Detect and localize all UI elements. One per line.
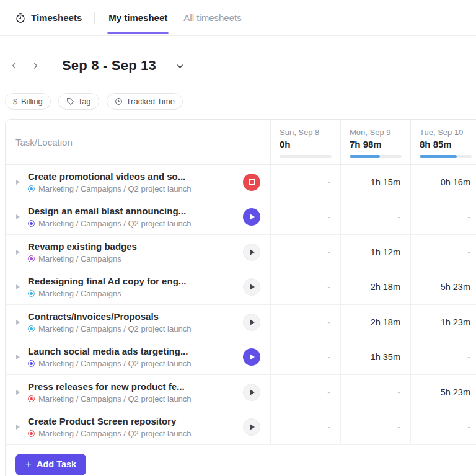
time-cell-tue[interactable]: 0h 16m — [410, 165, 476, 200]
timer-button[interactable] — [243, 174, 260, 191]
expand-row-icon[interactable] — [16, 425, 20, 430]
play-icon — [250, 354, 255, 360]
add-task-label: Add Task — [37, 459, 76, 469]
task-cell: Create Product Screen repository Marketi… — [6, 410, 270, 445]
task-cell: Revamp existing badges Marketing / Campa… — [6, 235, 270, 270]
day-label: Tue, Sep 10 — [420, 128, 472, 137]
play-icon — [250, 284, 255, 290]
status-dot-icon — [28, 220, 35, 227]
task-title[interactable]: Design an email blast announcing... — [28, 205, 191, 217]
tab-my-timesheet[interactable]: My timesheet — [107, 0, 169, 36]
task-location: Marketing / Campaigns / Q2 project launc… — [28, 183, 191, 194]
time-cell-sun[interactable]: - — [270, 410, 340, 445]
task-title[interactable]: Launch social media ads targeting... — [28, 345, 191, 357]
status-dot-icon — [28, 430, 35, 437]
task-cell: Launch social media ads targeting... Mar… — [6, 340, 270, 375]
day-total: 7h 98m — [350, 139, 402, 149]
timer-button[interactable] — [243, 384, 260, 401]
timer-button[interactable] — [243, 348, 260, 366]
timesheet-table: Task/Location Sun, Sep 8 0h Mon, Sep 9 7… — [5, 119, 476, 476]
filter-tag[interactable]: Tag — [58, 93, 99, 110]
time-cell-mon[interactable]: 2h 18m — [340, 305, 410, 340]
time-cell-sun[interactable]: - — [270, 165, 340, 200]
date-range-dropdown[interactable] — [172, 58, 188, 74]
expand-row-icon[interactable] — [16, 250, 20, 255]
time-cell-sun[interactable]: - — [270, 340, 340, 375]
timer-button[interactable] — [243, 278, 260, 296]
day-column-header: Sun, Sep 8 0h — [270, 120, 340, 164]
time-cell-mon[interactable]: - — [340, 200, 410, 235]
task-title[interactable]: Create Product Screen repository — [28, 415, 191, 427]
task-location-label: Marketing / Campaigns / Q2 project launc… — [38, 324, 191, 334]
time-cell-sun[interactable]: - — [270, 200, 340, 235]
task-title[interactable]: Revamp existing badges — [28, 240, 137, 252]
tab-my-timesheet-label: My timesheet — [108, 12, 167, 23]
dollar-icon: $ — [13, 97, 17, 106]
day-progress-fill — [350, 155, 380, 158]
timer-button[interactable] — [243, 208, 260, 226]
stopwatch-icon — [15, 12, 26, 24]
time-cell-tue[interactable]: - — [410, 235, 476, 270]
task-location: Marketing / Campaigns — [28, 253, 137, 264]
time-cell-tue[interactable]: - — [410, 200, 476, 235]
add-task-button[interactable]: + Add Task — [15, 454, 86, 475]
play-icon — [250, 424, 255, 430]
date-range-title: Sep 8 - Sep 13 — [62, 58, 156, 74]
time-cell-tue[interactable]: 5h 23m — [410, 375, 476, 410]
expand-row-icon[interactable] — [16, 355, 20, 359]
table-row: Press releases for new product fe... Mar… — [6, 375, 476, 410]
task-title[interactable]: Press releases for new product fe... — [28, 381, 191, 392]
expand-row-icon[interactable] — [16, 180, 20, 185]
time-cell-tue[interactable]: 5h 23m — [410, 270, 476, 305]
time-cell-sun[interactable]: - — [270, 305, 340, 340]
next-week-button[interactable] — [27, 58, 43, 74]
time-cell-sun[interactable]: - — [270, 375, 340, 410]
time-cell-tue[interactable]: - — [410, 340, 476, 375]
chevron-left-icon — [10, 61, 19, 70]
timer-button[interactable] — [243, 314, 260, 331]
time-cell-mon[interactable]: 2h 18m — [340, 270, 410, 305]
task-location-label: Marketing / Campaigns / Q2 project launc… — [38, 183, 191, 194]
filter-tracked-time-label: Tracked Time — [126, 97, 175, 106]
time-cell-mon[interactable]: - — [340, 410, 410, 445]
task-title[interactable]: Redesigning final Ad copy for eng... — [28, 275, 186, 287]
day-label: Mon, Sep 9 — [350, 128, 402, 137]
time-cell-mon[interactable]: 1h 35m — [340, 340, 410, 375]
topbar: Timesheets My timesheet All timesheets — [0, 0, 476, 36]
table-footer: + Add Task — [6, 445, 476, 476]
time-cell-mon[interactable]: 1h 12m — [340, 235, 410, 270]
plus-icon: + — [25, 460, 32, 469]
time-cell-sun[interactable]: - — [270, 235, 340, 270]
filter-tracked-time[interactable]: Tracked Time — [107, 93, 183, 110]
day-columns: Sun, Sep 8 0h Mon, Sep 9 7h 98m Tue, Sep — [270, 120, 476, 164]
task-location: Marketing / Campaigns / Q2 project launc… — [28, 218, 191, 229]
task-title[interactable]: Create promotional videos and so... — [28, 170, 191, 182]
timer-button[interactable] — [243, 244, 260, 261]
table-body: Create promotional videos and so... Mark… — [6, 165, 476, 445]
expand-row-icon[interactable] — [16, 320, 20, 325]
status-dot-icon — [28, 360, 35, 367]
time-cell-mon[interactable]: 1h 15m — [340, 165, 410, 200]
stop-icon — [249, 178, 255, 185]
tab-all-timesheets[interactable]: All timesheets — [182, 0, 242, 36]
expand-row-icon[interactable] — [16, 214, 20, 219]
task-title[interactable]: Contracts/Invoices/Proposals — [28, 311, 191, 322]
time-cell-tue[interactable]: 1h 23m — [410, 305, 476, 340]
filter-tag-label: Tag — [78, 97, 91, 106]
timer-button[interactable] — [243, 418, 260, 436]
day-progress-track — [280, 155, 332, 158]
filter-bar: $ Billing Tag Tracked Time — [0, 81, 476, 110]
filter-billing[interactable]: $ Billing — [5, 93, 51, 110]
play-icon — [250, 319, 255, 325]
prev-week-button[interactable] — [6, 58, 22, 74]
expand-row-icon[interactable] — [16, 390, 20, 395]
task-cell: Press releases for new product fe... Mar… — [6, 375, 270, 410]
time-cell-mon[interactable]: - — [340, 375, 410, 410]
status-dot-icon — [28, 255, 35, 262]
chevron-down-icon — [175, 61, 185, 71]
expand-row-icon[interactable] — [16, 284, 20, 289]
time-cell-tue[interactable]: - — [410, 410, 476, 445]
time-cell-sun[interactable]: - — [270, 270, 340, 305]
status-dot-icon — [28, 290, 35, 297]
status-dot-icon — [28, 395, 35, 402]
